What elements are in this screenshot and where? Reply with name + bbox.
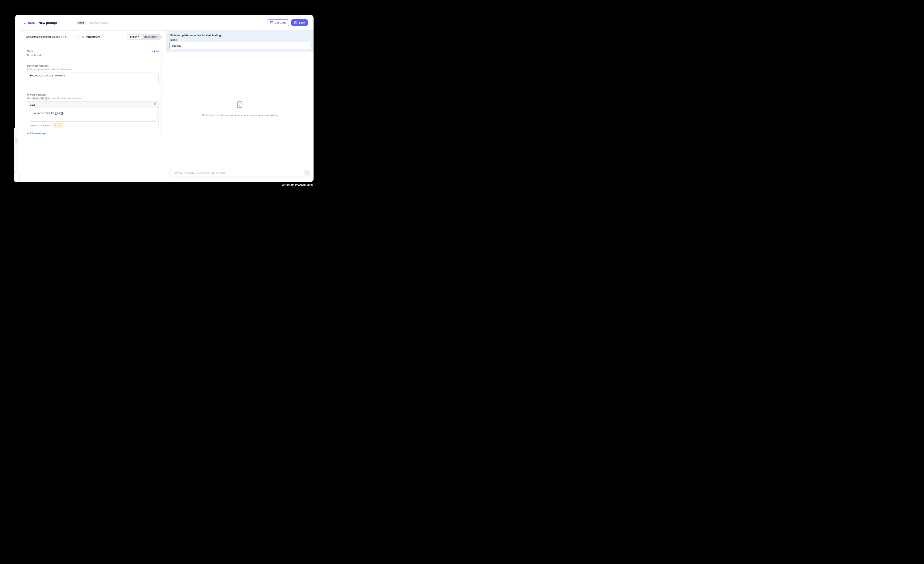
back-label: Back bbox=[28, 21, 34, 24]
message-block: User Give me a recipe for {{dish}} bbox=[27, 101, 159, 130]
main-content: aws/anthropic/bedrock-claude-3-5-s... bbox=[15, 31, 314, 182]
add-message-label: Add message bbox=[30, 132, 46, 135]
add-tool-label: Add bbox=[154, 50, 159, 52]
parameters-label: Parameters bbox=[86, 36, 100, 38]
toggle-option-dotprompt[interactable]: DOTPROMPT bbox=[142, 34, 162, 39]
get-code-button[interactable]: Get Code bbox=[267, 20, 289, 26]
chat-empty-state: Fill in the variables above, then type a… bbox=[166, 52, 314, 166]
fill-panel-title: Fill in template variables to start test… bbox=[170, 34, 310, 37]
tools-label: Tools bbox=[27, 50, 33, 52]
screenshot-credit: Screenshot by Xnapper.com bbox=[282, 183, 313, 186]
format-toggle: PRETTY DOTPROMPT bbox=[127, 34, 162, 40]
terminal-icon bbox=[270, 21, 273, 24]
draft-status-badge: Draft bbox=[76, 21, 86, 25]
model-select[interactable]: aws/anthropic/bedrock-claude-3-5-s... bbox=[24, 34, 76, 40]
sidebar-selected-item[interactable] bbox=[15, 138, 18, 143]
save-floppy-icon bbox=[294, 21, 297, 24]
variable-syntax-chip: {{variable}} bbox=[32, 97, 50, 100]
developer-message-textarea[interactable]: Respond as jack sparrow would bbox=[27, 72, 159, 85]
arrow-up-icon: ↑ bbox=[306, 171, 308, 174]
save-button[interactable]: Save bbox=[291, 20, 308, 26]
add-message-button[interactable]: + Add message bbox=[27, 132, 46, 135]
variable-chip-dish[interactable]: ✎ dish bbox=[53, 123, 64, 128]
send-button[interactable]: ↑ bbox=[304, 170, 310, 176]
prompt-messages-card: Prompt messages Use {{variable}} syntax … bbox=[24, 91, 162, 138]
get-code-label: Get Code bbox=[274, 21, 286, 24]
chat-input-container: ↑ bbox=[170, 169, 311, 176]
unsaved-changes-note: Unsaved changes bbox=[88, 21, 109, 24]
page-title: New prompt bbox=[39, 21, 57, 25]
app-window: ← Back New prompt Draft Unsaved changes … bbox=[15, 15, 314, 182]
tools-card: Tools + Add No tools added bbox=[24, 48, 162, 59]
developer-message-card: Developer message Optional system instru… bbox=[24, 62, 162, 87]
prompt-messages-label: Prompt messages bbox=[27, 93, 159, 96]
tester-pane: Fill in template variables to start test… bbox=[166, 31, 314, 182]
toggle-option-pretty[interactable]: PRETTY bbox=[128, 34, 142, 39]
add-tool-button[interactable]: + Add bbox=[152, 50, 159, 52]
detected-variables-row: Detected variables: ✎ dish bbox=[27, 122, 158, 130]
user-message-textarea[interactable]: Give me a recipe for {{dish}} bbox=[29, 110, 156, 122]
detected-variables-label: Detected variables: bbox=[30, 124, 50, 127]
plus-icon: + bbox=[152, 50, 153, 52]
dish-variable-label: {{dish}} bbox=[170, 39, 310, 41]
developer-message-label: Developer message bbox=[27, 64, 159, 67]
tools-empty-text: No tools added bbox=[27, 54, 159, 57]
prompt-messages-hint: Use {{variable}} syntax for template var… bbox=[27, 97, 159, 99]
pencil-icon: ✎ bbox=[55, 124, 57, 127]
model-select-value: aws/anthropic/bedrock-claude-3-5-s... bbox=[26, 36, 72, 38]
chat-message-input[interactable] bbox=[172, 171, 304, 174]
developer-message-hint: Optional system instructions for the mod… bbox=[27, 68, 159, 70]
collapsed-sidebar-strip[interactable] bbox=[14, 128, 17, 173]
robot-face-icon bbox=[236, 101, 244, 110]
header-actions: Get Code Save bbox=[267, 20, 308, 26]
role-select-value: User bbox=[30, 103, 35, 106]
gear-icon bbox=[81, 36, 84, 38]
sidebar-bottom-panel bbox=[14, 172, 19, 182]
hint-prefix: Use bbox=[27, 97, 31, 99]
dish-variable-input[interactable] bbox=[170, 42, 310, 49]
chevron-down-icon bbox=[72, 36, 74, 38]
message-role-header: User bbox=[27, 102, 158, 108]
variable-chip-name: dish bbox=[58, 124, 62, 127]
empty-state-text: Fill in the variables above, then type a… bbox=[202, 114, 278, 117]
plus-icon: + bbox=[27, 132, 28, 135]
hint-suffix: syntax for template variables bbox=[50, 97, 81, 99]
chat-input-bar: ↑ bbox=[166, 166, 314, 182]
parameters-button[interactable]: Parameters bbox=[78, 34, 103, 40]
role-select[interactable] bbox=[38, 104, 41, 106]
save-label: Save bbox=[298, 21, 305, 24]
prompt-editor-pane: aws/anthropic/bedrock-claude-3-5-s... bbox=[15, 31, 166, 182]
screenshot-background: ← Back New prompt Draft Unsaved changes … bbox=[0, 0, 329, 201]
header: ← Back New prompt Draft Unsaved changes … bbox=[15, 15, 314, 31]
back-button[interactable]: ← Back bbox=[24, 21, 34, 24]
back-arrow-icon: ← bbox=[24, 21, 27, 24]
variable-fill-panel: Fill in template variables to start test… bbox=[166, 31, 314, 52]
drag-handle-icon[interactable] bbox=[154, 103, 156, 106]
model-row: aws/anthropic/bedrock-claude-3-5-s... bbox=[24, 34, 162, 40]
